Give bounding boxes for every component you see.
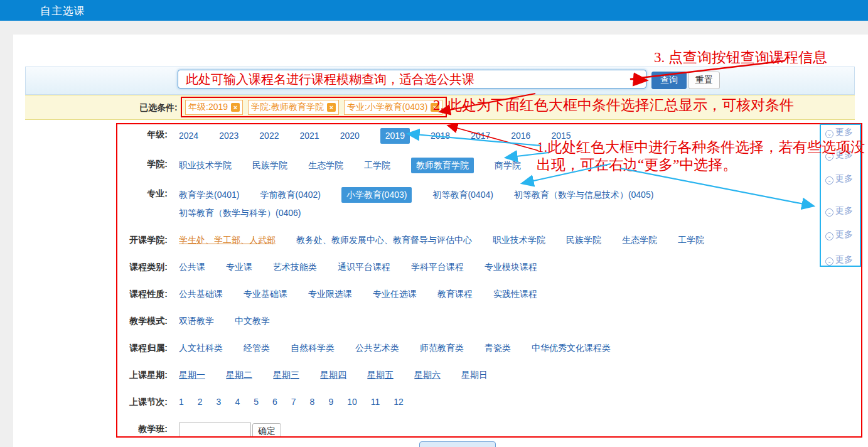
filter-option-college[interactable]: 商学院 xyxy=(495,159,521,172)
filter-row-course-nature: 课程性质:公共基础课专业基础课专业限选课专业任选课教育课程实践性课程 xyxy=(117,288,811,304)
filter-option-period[interactable]: 2 xyxy=(198,396,203,409)
filter-option-course-belong[interactable]: 人文社科类 xyxy=(179,342,223,355)
more-link-grade[interactable]: ⌄更多 xyxy=(825,127,853,138)
more-link-course-category[interactable]: ⌄更多 xyxy=(825,229,853,240)
filter-option-course-belong[interactable]: 公共艺术类 xyxy=(355,342,399,355)
filter-option-course-nature[interactable]: 公共基础课 xyxy=(179,288,223,301)
filter-option-period[interactable]: 12 xyxy=(394,396,404,409)
filter-label-weekday: 上课星期: xyxy=(117,369,168,385)
filter-option-course-nature[interactable]: 专业任选课 xyxy=(373,288,417,301)
filter-option-college[interactable]: 生态学院 xyxy=(308,159,343,172)
remove-tag-icon[interactable]: × xyxy=(431,103,439,112)
filter-option-major[interactable]: 初等教育（数学与科学）(0406) xyxy=(179,207,301,220)
filter-option-course-nature[interactable]: 教育课程 xyxy=(437,288,473,301)
filter-option-course-belong[interactable]: 中华优秀文化课程类 xyxy=(532,342,611,355)
filter-option-course-category[interactable]: 专业模块课程 xyxy=(485,261,537,274)
filter-option-grade[interactable]: 2021 xyxy=(299,129,319,143)
selected-condition-tag: 专业:小学教育(0403)× xyxy=(344,100,442,115)
filter-label-period: 上课节次: xyxy=(117,396,168,412)
filter-option-weekday[interactable]: 星期日 xyxy=(461,369,488,382)
filter-label-major: 专业: xyxy=(117,187,168,223)
filter-option-course-category[interactable]: 公共课 xyxy=(179,261,205,274)
filter-option-college[interactable]: 民族学院 xyxy=(252,159,287,172)
filter-option-period[interactable]: 10 xyxy=(347,396,357,409)
filter-option-weekday[interactable]: 星期三 xyxy=(273,369,299,382)
more-link-college[interactable]: ⌄更多 xyxy=(825,149,853,161)
show-more-partial-button[interactable] xyxy=(419,441,496,447)
filter-option-major[interactable]: 学前教育(0402) xyxy=(260,188,320,202)
more-link-major[interactable]: ⌄更多 xyxy=(825,173,853,185)
chevron-down-circle-icon: ⌄ xyxy=(825,208,833,217)
filter-option-weekday[interactable]: 星期六 xyxy=(414,369,441,382)
filter-option-weekday[interactable]: 星期一 xyxy=(179,369,205,382)
filter-label-course-nature: 课程性质: xyxy=(117,288,168,304)
remove-tag-icon[interactable]: × xyxy=(327,103,336,112)
filter-option-teaching-college[interactable]: 工学院 xyxy=(678,234,704,247)
filter-label-course-category: 课程类别: xyxy=(117,261,168,277)
screen: 自主选课 查询 重置 已选条件: 年级:2019×学院:教师教育学院×专业:小学… xyxy=(0,0,868,447)
filter-option-period[interactable]: 7 xyxy=(291,396,296,409)
filter-option-period[interactable]: 1 xyxy=(179,396,184,409)
filter-option-course-belong[interactable]: 青瓷类 xyxy=(485,342,511,355)
confirm-button[interactable]: 确定 xyxy=(252,423,281,438)
filter-option-teaching-college[interactable]: 民族学院 xyxy=(566,234,601,247)
filter-option-course-category[interactable]: 专业课 xyxy=(226,261,252,274)
more-link-label: 更多 xyxy=(835,205,853,215)
course-search-input[interactable] xyxy=(178,70,646,89)
teaching-class-input[interactable] xyxy=(179,423,251,438)
filter-option-teaching-mode[interactable]: 中文教学 xyxy=(235,315,270,328)
filter-option-course-category[interactable]: 学科平台课程 xyxy=(411,261,464,274)
filter-option-course-nature[interactable]: 专业限选课 xyxy=(308,288,352,301)
filter-option-teaching-college[interactable]: 学生处、学工部、人武部 xyxy=(179,234,276,247)
remove-tag-icon[interactable]: × xyxy=(231,103,240,112)
filter-option-course-category[interactable]: 通识平台课程 xyxy=(338,261,390,274)
filter-option-weekday[interactable]: 星期五 xyxy=(367,369,394,382)
filter-option-period[interactable]: 11 xyxy=(371,396,380,409)
filter-option-course-category[interactable]: 艺术技能类 xyxy=(273,261,317,274)
filter-option-period[interactable]: 6 xyxy=(272,396,277,409)
more-link-course-nature[interactable]: ⌄更多 xyxy=(825,254,853,266)
filter-option-grade[interactable]: 2020 xyxy=(340,129,360,143)
filter-option-course-nature[interactable]: 实践性课程 xyxy=(493,288,537,301)
selected-conditions-label: 已选条件: xyxy=(139,102,178,114)
filter-option-grade[interactable]: 2024 xyxy=(179,129,198,143)
filter-option-grade[interactable]: 2023 xyxy=(219,129,238,143)
filter-option-period[interactable]: 3 xyxy=(217,396,222,409)
filter-option-grade[interactable]: 2022 xyxy=(259,129,279,143)
filter-option-weekday[interactable]: 星期四 xyxy=(320,369,346,382)
filter-option-period[interactable]: 8 xyxy=(310,396,315,409)
selected-condition-tag: 年级:2019× xyxy=(185,100,243,115)
filter-option-college[interactable]: 工学院 xyxy=(364,159,390,172)
filter-area: 年级:2024202320222021202020192018201720162… xyxy=(116,123,862,438)
filter-option-course-belong[interactable]: 经管类 xyxy=(244,342,270,355)
filter-option-period[interactable]: 9 xyxy=(328,396,333,409)
filter-option-grade[interactable]: 2015 xyxy=(551,129,571,143)
filter-option-college[interactable]: 教师教育学院 xyxy=(411,158,474,173)
filter-option-major[interactable]: 初等教育(0404) xyxy=(432,188,493,202)
filter-option-teaching-college[interactable]: 生态学院 xyxy=(622,234,657,247)
filter-option-weekday[interactable]: 星期二 xyxy=(226,369,252,382)
reset-button[interactable]: 重置 xyxy=(689,72,720,89)
filter-option-course-nature[interactable]: 专业基础课 xyxy=(244,288,287,301)
page-title: 自主选课 xyxy=(40,4,85,18)
filter-option-teaching-college[interactable]: 职业技术学院 xyxy=(493,234,545,247)
filter-option-grade[interactable]: 2018 xyxy=(431,129,450,143)
filter-row-grade: 年级:2024202320222021202020192018201720162… xyxy=(117,128,811,148)
filter-option-major[interactable]: 教育学类(0401) xyxy=(179,188,239,202)
filter-option-major[interactable]: 初等教育（数学与信息技术）(0405) xyxy=(514,188,653,202)
more-link-label: 更多 xyxy=(835,127,853,137)
filter-option-major[interactable]: 小学教育(0403) xyxy=(341,187,412,203)
filter-option-grade[interactable]: 2016 xyxy=(511,129,530,143)
filter-option-teaching-college[interactable]: 教务处、教师发展中心、教育督导与评估中心 xyxy=(296,234,472,247)
filter-row-course-category: 课程类别:公共课专业课艺术技能类通识平台课程学科平台课程专业模块课程 xyxy=(117,261,811,277)
filter-option-period[interactable]: 5 xyxy=(254,396,259,409)
filter-option-course-belong[interactable]: 自然科学类 xyxy=(291,342,335,355)
filter-option-course-belong[interactable]: 师范教育类 xyxy=(420,342,464,355)
more-link-teaching-college[interactable]: ⌄更多 xyxy=(825,205,853,217)
query-button[interactable]: 查询 xyxy=(651,72,687,89)
filter-option-teaching-mode[interactable]: 双语教学 xyxy=(179,315,214,328)
filter-option-grade[interactable]: 2019 xyxy=(380,128,410,144)
filter-option-period[interactable]: 4 xyxy=(235,396,240,409)
filter-option-grade[interactable]: 2017 xyxy=(471,129,490,143)
filter-option-college[interactable]: 职业技术学院 xyxy=(179,159,232,172)
